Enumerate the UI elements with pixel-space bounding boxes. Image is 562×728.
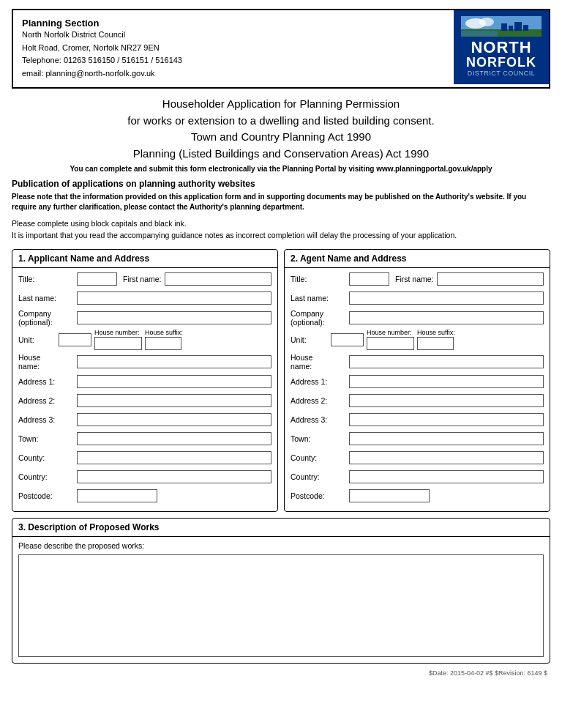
publication-body: Please note that the information provide…	[12, 192, 550, 212]
s2-unit-input[interactable]	[331, 333, 364, 346]
svg-rect-7	[523, 25, 528, 31]
s1-lastname-label: Last name:	[18, 294, 77, 302]
s1-housename-label: Housename:	[18, 353, 77, 371]
s2-unit-label: Unit:	[291, 335, 331, 344]
publication-section: Publication of applications on planning …	[12, 179, 550, 212]
header-contact-info: Planning Section North Norfolk District …	[13, 10, 454, 87]
section1-applicant: 1. Applicant Name and Address Title: Fir…	[12, 249, 278, 512]
title-line1: Householder Application for Planning Per…	[162, 97, 400, 110]
s2-lastname-input[interactable]	[349, 291, 544, 305]
council-logo: NORTH NORFOLK DISTRICT COUNCIL	[454, 10, 549, 84]
s1-house-suffix-input[interactable]	[145, 337, 181, 350]
address-line1: North Norfolk District Council	[22, 29, 445, 42]
s1-address1-input[interactable]	[77, 375, 271, 388]
publication-heading: Publication of applications on planning …	[12, 179, 550, 189]
s2-firstname-input[interactable]	[437, 272, 544, 286]
s1-county-label: County:	[18, 453, 77, 462]
s2-address2-label: Address 2:	[291, 396, 349, 405]
logo-district: DISTRICT COUNCIL	[461, 69, 542, 78]
section3-sub-label: Please describe the proposed works:	[18, 541, 544, 550]
s1-house-suffix-label: House suffix:	[145, 330, 183, 337]
s2-house-number-label: House number:	[367, 330, 412, 337]
s2-county-label: County:	[291, 453, 349, 462]
s1-title-label: Title:	[18, 275, 77, 283]
logo-north: NORTH	[461, 40, 542, 56]
page-header: Planning Section North Norfolk District …	[12, 9, 550, 89]
s2-address1-label: Address 1:	[291, 377, 349, 386]
s1-title-input[interactable]	[77, 272, 117, 286]
s1-county-input[interactable]	[77, 451, 271, 464]
s1-address3-input[interactable]	[77, 413, 271, 426]
s1-housename-input[interactable]	[77, 355, 271, 368]
s2-house-number-input[interactable]	[367, 337, 414, 350]
s2-postcode-input[interactable]	[349, 489, 430, 502]
instructions-line1: Please complete using block capitals and…	[12, 218, 550, 230]
section3-title: 3. Description of Proposed Works	[12, 519, 550, 537]
logo-norfolk: NORFOLK	[461, 56, 542, 69]
svg-point-2	[479, 18, 494, 26]
s1-town-input[interactable]	[77, 432, 271, 445]
address-line2: Holt Road, Cromer, Norfolk NR27 9EN	[22, 42, 445, 55]
s1-company-input[interactable]	[77, 311, 271, 324]
svg-rect-6	[514, 22, 522, 31]
title-line4: Planning (Listed Buildings and Conservat…	[133, 147, 429, 160]
s2-address3-input[interactable]	[349, 413, 544, 426]
s1-firstname-label: First name:	[123, 275, 162, 283]
s2-lastname-label: Last name:	[291, 294, 349, 302]
svg-rect-8	[461, 31, 498, 37]
s2-town-label: Town:	[291, 434, 349, 443]
s2-housename-label: Housename:	[291, 353, 349, 371]
s2-address2-input[interactable]	[349, 394, 544, 407]
s1-town-label: Town:	[18, 434, 77, 443]
s2-title-input[interactable]	[349, 272, 389, 286]
s2-town-input[interactable]	[349, 432, 544, 445]
telephone: Telephone: 01263 516150 / 516151 / 51614…	[22, 54, 445, 67]
instructions: Please complete using block capitals and…	[12, 218, 550, 242]
email: email: planning@north-norfolk.gov.uk	[22, 67, 445, 81]
s1-address2-label: Address 2:	[18, 396, 77, 405]
s2-country-input[interactable]	[349, 470, 544, 483]
s1-firstname-input[interactable]	[165, 272, 271, 286]
proposed-works-textarea[interactable]	[18, 554, 544, 657]
svg-rect-5	[509, 26, 513, 31]
instructions-line2: It is important that you read the accomp…	[12, 230, 550, 242]
title-line2: for works or extension to a dwelling and…	[127, 114, 434, 127]
s1-lastname-input[interactable]	[77, 291, 271, 305]
page-footer: $Date: 2015-04-02 #$ $Revision: 6149 $	[12, 669, 550, 677]
portal-note: You can complete and submit this form el…	[12, 165, 550, 173]
planning-section-label: Planning Section	[22, 18, 445, 29]
s1-address2-input[interactable]	[77, 394, 271, 407]
s2-house-suffix-label: House suffix:	[417, 330, 455, 337]
s1-postcode-input[interactable]	[77, 489, 157, 502]
form-title: Householder Application for Planning Per…	[12, 96, 550, 173]
s1-address1-label: Address 1:	[18, 377, 77, 386]
s2-company-label: Company(optional):	[291, 309, 349, 327]
s1-country-label: Country:	[18, 472, 77, 481]
footer-date-revision: $Date: 2015-04-02 #$ $Revision: 6149 $	[429, 669, 547, 677]
s2-company-input[interactable]	[349, 311, 544, 324]
section2-agent: 2. Agent Name and Address Title: First n…	[284, 249, 550, 512]
s2-county-input[interactable]	[349, 451, 544, 464]
svg-rect-4	[501, 23, 507, 31]
s2-address3-label: Address 3:	[291, 415, 349, 424]
s2-house-suffix-input[interactable]	[417, 337, 454, 350]
s1-company-label: Company(optional):	[18, 309, 77, 327]
s2-title-label: Title:	[291, 275, 349, 283]
s1-unit-label: Unit:	[18, 335, 59, 344]
s2-country-label: Country:	[291, 472, 349, 481]
s1-unit-input[interactable]	[59, 333, 91, 346]
s2-address1-input[interactable]	[349, 375, 544, 388]
s2-firstname-label: First name:	[395, 275, 434, 283]
s1-postcode-label: Postcode:	[18, 491, 77, 500]
s1-house-number-label: House number:	[94, 330, 140, 337]
section2-title: 2. Agent Name and Address	[285, 250, 550, 268]
section1-title: 1. Applicant Name and Address	[12, 250, 277, 268]
section3-proposed-works: 3. Description of Proposed Works Please …	[12, 518, 550, 664]
s1-country-input[interactable]	[77, 470, 271, 483]
s1-address3-label: Address 3:	[18, 415, 77, 424]
s2-housename-input[interactable]	[349, 355, 544, 368]
title-line3: Town and Country Planning Act 1990	[191, 130, 371, 143]
s1-house-number-input[interactable]	[94, 337, 142, 350]
s2-postcode-label: Postcode:	[291, 491, 349, 500]
